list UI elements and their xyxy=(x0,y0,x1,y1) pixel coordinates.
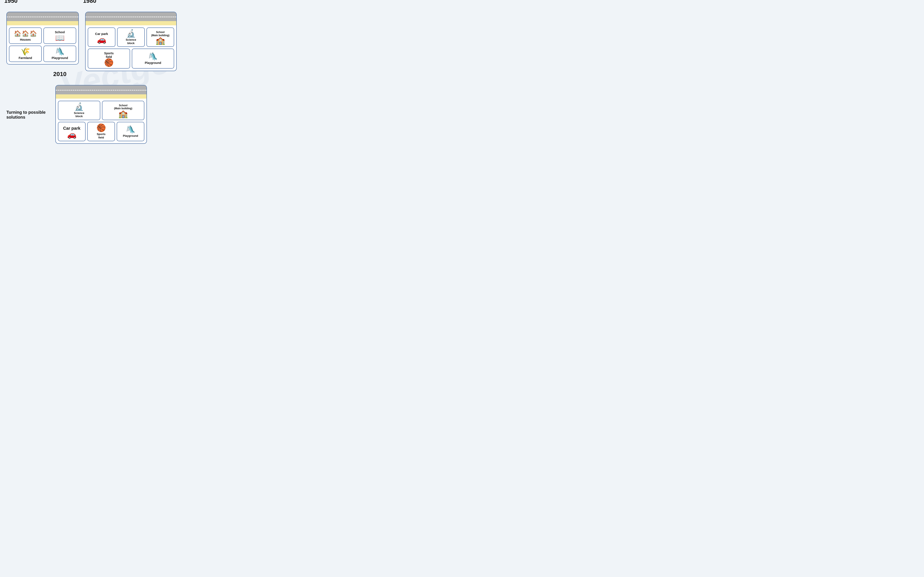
grass-strip-2010 xyxy=(56,94,146,98)
cell-scienceblock-1980: 🔬 Scienceblock xyxy=(117,27,145,47)
year-wrapper-1980: 1980 Car park 🚗 🔬 Scienceblock xyxy=(85,4,177,71)
road-strip-1950 xyxy=(7,12,78,21)
cell-houses: 🏠🏠🏠 Houses xyxy=(9,27,42,44)
year-1980: 1980 xyxy=(83,0,96,4)
houses-icon: 🏠🏠🏠 xyxy=(14,30,37,37)
cell-playground-2010: 🛝 Playground xyxy=(117,122,145,141)
year-1950: 1950 xyxy=(4,0,18,4)
school-icon-1950: 📖 xyxy=(55,34,65,42)
grass-strip-1980 xyxy=(85,21,176,25)
carpark-label-2010: Car park xyxy=(63,126,80,131)
cell-carpark-1980: Car park 🚗 xyxy=(88,27,116,47)
cell-sportsfield-2010: 🏀 Sportsfield xyxy=(87,122,115,141)
school-label-1980: School(Main building) xyxy=(151,31,169,37)
map-card-2010: 🔬 Scienceblock School(Main building) 🏫 C… xyxy=(55,85,147,144)
year-wrapper-1950: 1950 🏠🏠🏠 Houses School xyxy=(6,4,79,64)
playground-label-1980: Playground xyxy=(145,61,161,65)
cell-sportsfield-1980: Sportsfield 🏀 xyxy=(88,48,130,69)
year-2010: 2010 xyxy=(53,71,66,77)
cell-playground-1980: 🛝 Playground xyxy=(132,48,174,69)
year-wrapper-2010: 2010 🔬 Scienceblock School(Main building… xyxy=(55,77,147,144)
scienceblock-icon-1980: 🔬 xyxy=(126,30,136,37)
scienceblock-label-2010: Scienceblock xyxy=(74,111,84,118)
map-card-1950: 🏠🏠🏠 Houses School 📖 🌾 Farmland xyxy=(6,12,79,64)
bottom-row: Turning to possible solutions 2010 🔬 Sci… xyxy=(6,77,225,144)
sportsfield-label-1980: Sportsfield xyxy=(104,52,114,59)
school-icon-1980: 🏫 xyxy=(156,37,165,45)
school-label-2010: School(Main building) xyxy=(114,104,132,110)
playground-icon-1950: 🛝 xyxy=(55,48,65,55)
sportsfield-icon-2010: 🏀 xyxy=(96,124,106,132)
farmland-icon: 🌾 xyxy=(21,48,30,55)
playground-label-1950: Playground xyxy=(51,56,68,60)
school-icon-2010: 🏫 xyxy=(118,110,128,118)
solutions-text: Turning to possible solutions xyxy=(6,102,49,120)
road-dashes-2010 xyxy=(56,90,146,90)
cell-scienceblock-2010: 🔬 Scienceblock xyxy=(58,101,100,120)
playground-label-2010: Playground xyxy=(123,134,138,138)
road-strip-2010 xyxy=(56,85,146,94)
grid-1980-top: Car park 🚗 🔬 Scienceblock School(Main bu… xyxy=(85,25,176,48)
cell-farmland: 🌾 Farmland xyxy=(9,45,42,62)
scienceblock-label-1980: Scienceblock xyxy=(125,38,136,45)
grass-strip-1950 xyxy=(7,21,78,25)
grid-2010-bottom: Car park 🚗 🏀 Sportsfield 🛝 Playground xyxy=(56,121,146,143)
playground-icon-1980: 🛝 xyxy=(148,53,158,60)
cell-playground-1950: 🛝 Playground xyxy=(43,45,76,62)
sportsfield-icon-1980: 🏀 xyxy=(104,59,114,66)
sportsfield-label-2010: Sportsfield xyxy=(96,132,105,139)
cell-school-1980: School(Main building) 🏫 xyxy=(146,27,174,47)
road-dashes-1980 xyxy=(85,17,176,17)
carpark-icon-2010: 🚗 xyxy=(67,131,77,139)
grid-1980-bottom: Sportsfield 🏀 🛝 Playground xyxy=(85,48,176,71)
cell-school-1950: School 📖 xyxy=(43,27,76,44)
scienceblock-icon-2010: 🔬 xyxy=(74,103,84,111)
map-card-1980: Car park 🚗 🔬 Scienceblock School(Main bu… xyxy=(85,12,177,71)
carpark-icon-1980: 🚗 xyxy=(97,36,106,44)
page-container: 1950 🏠🏠🏠 Houses School xyxy=(0,0,231,148)
road-strip-1980 xyxy=(85,12,176,21)
map-grid-1950: 🏠🏠🏠 Houses School 📖 🌾 Farmland xyxy=(7,25,78,64)
road-dashes-1950 xyxy=(7,17,78,17)
playground-icon-2010: 🛝 xyxy=(126,126,135,133)
houses-label: Houses xyxy=(20,38,31,42)
farmland-label: Farmland xyxy=(19,56,32,60)
grid-2010-top: 🔬 Scienceblock School(Main building) 🏫 xyxy=(56,98,146,121)
top-row: 1950 🏠🏠🏠 Houses School xyxy=(6,4,225,71)
cell-carpark-2010: Car park 🚗 xyxy=(58,122,85,141)
cell-school-2010: School(Main building) 🏫 xyxy=(102,101,145,120)
